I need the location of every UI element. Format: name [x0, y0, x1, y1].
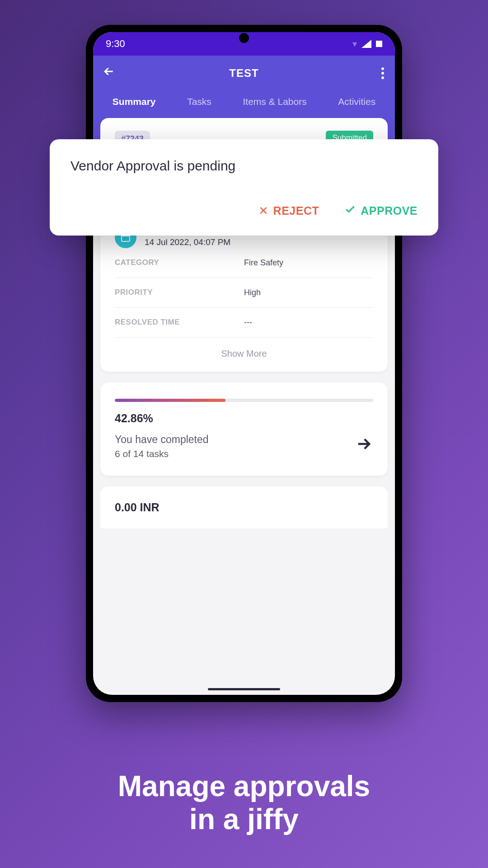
signal-icon — [361, 40, 371, 48]
status-time: 9:30 — [106, 38, 125, 50]
progress-card: 42.86% You have completed 6 of 14 tasks — [100, 382, 388, 476]
phone-screen: 9:30 ▾ TEST Summary Tasks Items & Labors… — [93, 32, 395, 695]
category-label: CATEGORY — [115, 258, 244, 268]
progress-text-line2: 6 of 14 tasks — [115, 448, 209, 459]
x-icon: ✕ — [258, 204, 269, 218]
approve-label: APPROVE — [361, 204, 418, 217]
progress-text-line1: You have completed — [115, 432, 209, 447]
tab-activities[interactable]: Activities — [338, 96, 375, 107]
tab-tasks[interactable]: Tasks — [187, 96, 211, 107]
tab-bar: Summary Tasks Items & Labors Activities — [93, 91, 395, 113]
resolved-time-label: RESOLVED TIME — [115, 318, 244, 327]
progress-bar — [115, 399, 373, 402]
page-title: TEST — [229, 67, 258, 80]
battery-icon — [376, 41, 382, 47]
resolved-time-row: RESOLVED TIME --- — [115, 308, 373, 338]
phone-frame: 9:30 ▾ TEST Summary Tasks Items & Labors… — [86, 25, 402, 702]
camera-notch — [239, 33, 249, 43]
category-row: CATEGORY Fire Safety — [115, 248, 373, 278]
due-date-value: 14 Jul 2022, 04:07 PM — [145, 237, 230, 247]
amount-value: 0.00 INR — [115, 501, 373, 514]
tab-items-labors[interactable]: Items & Labors — [243, 96, 306, 107]
approval-dialog: Vendor Approval is pending ✕ REJECT APPR… — [50, 139, 438, 236]
check-icon — [344, 203, 356, 218]
progress-bar-fill — [115, 399, 225, 402]
app-header: TEST — [93, 56, 395, 91]
tab-summary[interactable]: Summary — [113, 96, 156, 107]
status-icons: ▾ — [352, 38, 382, 49]
progress-percent: 42.86% — [115, 412, 373, 425]
home-indicator[interactable] — [208, 688, 280, 690]
reject-label: REJECT — [273, 204, 319, 217]
marketing-tagline: Manage approvals in a jiffy — [0, 770, 488, 836]
tagline-line2: in a jiffy — [0, 803, 488, 836]
approve-button[interactable]: APPROVE — [344, 203, 418, 218]
show-more-button[interactable]: Show More — [115, 349, 373, 359]
priority-label: PRIORITY — [115, 288, 244, 297]
dialog-title: Vendor Approval is pending — [70, 158, 418, 174]
priority-row: PRIORITY High — [115, 278, 373, 308]
reject-button[interactable]: ✕ REJECT — [258, 203, 319, 218]
back-button[interactable] — [102, 65, 116, 82]
category-value: Fire Safety — [244, 258, 373, 268]
arrow-right-icon[interactable] — [354, 434, 373, 458]
resolved-time-value: --- — [244, 318, 373, 327]
amount-card: 0.00 INR — [100, 486, 388, 528]
wifi-icon: ▾ — [352, 38, 357, 49]
more-menu-button[interactable] — [381, 67, 384, 79]
tagline-line1: Manage approvals — [0, 770, 488, 803]
priority-value: High — [244, 288, 373, 297]
